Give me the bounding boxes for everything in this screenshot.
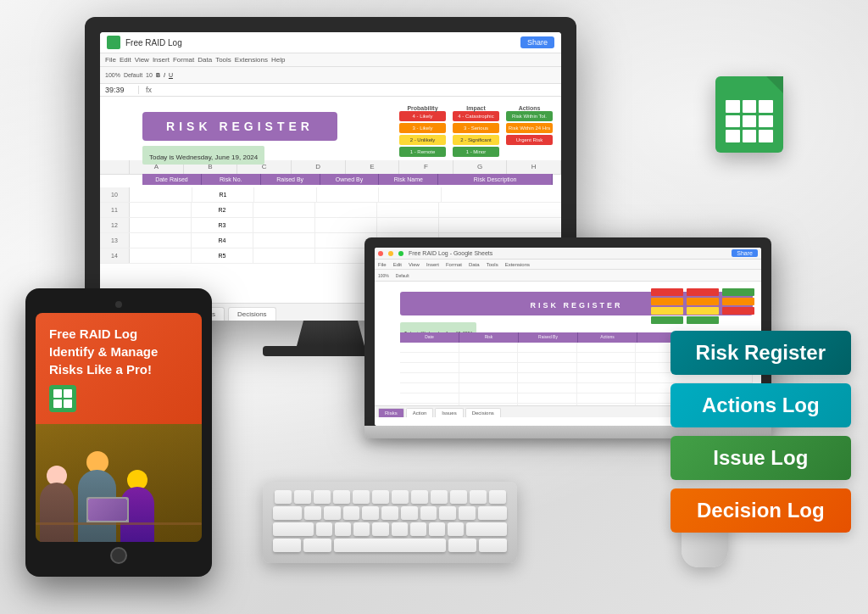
key-u[interactable]	[392, 490, 409, 504]
key-i[interactable]	[411, 490, 428, 504]
key-b[interactable]	[392, 522, 408, 536]
key-k[interactable]	[439, 506, 456, 520]
cell-date-4[interactable]	[130, 233, 192, 248]
laptop-cell-3-4[interactable]	[577, 363, 637, 372]
laptop-cell-4-1[interactable]	[400, 373, 459, 382]
cell-raised-3[interactable]	[253, 218, 315, 232]
decision-log-label[interactable]: Decision Log	[670, 488, 851, 533]
menu-insert[interactable]: Insert	[153, 56, 170, 64]
key-e[interactable]	[314, 490, 331, 504]
key-ctrl-r[interactable]	[479, 539, 507, 552]
cell-risk-r4[interactable]: R4	[192, 233, 253, 248]
key-f[interactable]	[362, 506, 379, 520]
menu-file[interactable]: File	[105, 56, 116, 64]
menu-format[interactable]: Format	[173, 56, 194, 64]
key-s[interactable]	[324, 506, 341, 520]
tab-decisions[interactable]: Decisions	[228, 307, 276, 321]
laptop-tab-risks[interactable]: Risks	[378, 408, 404, 417]
key-n[interactable]	[410, 522, 426, 536]
laptop-cell-4-2[interactable]	[459, 373, 519, 382]
laptop-cell-4-4[interactable]	[577, 373, 637, 382]
laptop-cell-6-2[interactable]	[459, 394, 519, 403]
laptop-cell-6-4[interactable]	[577, 394, 637, 403]
cell-raised-2[interactable]	[253, 203, 315, 217]
menu-extensions[interactable]: Extensions	[235, 56, 268, 64]
cell-risk-r2[interactable]: R2	[192, 203, 253, 217]
cell-raised-1[interactable]	[254, 187, 317, 202]
laptop-tab-action[interactable]: Action	[406, 408, 434, 417]
key-m[interactable]	[429, 522, 445, 536]
laptop-cell-5-1[interactable]	[400, 383, 459, 393]
key-r[interactable]	[333, 490, 350, 504]
key-bracket-r[interactable]	[489, 490, 506, 504]
cell-date-5[interactable]	[130, 248, 192, 263]
laptop-cell-2-3[interactable]	[518, 353, 577, 362]
laptop-cell-1-3[interactable]	[518, 343, 577, 352]
cell-date-1[interactable]	[130, 187, 192, 202]
cell-owned-2[interactable]	[315, 203, 377, 217]
cell-desc-3[interactable]	[439, 218, 561, 232]
cell-risk-r1[interactable]: R1	[192, 187, 255, 202]
laptop-cell-6-1[interactable]	[400, 394, 459, 403]
key-shift-l[interactable]	[273, 522, 314, 536]
laptop-cell-6-3[interactable]	[518, 394, 577, 403]
laptop-cell-4-3[interactable]	[518, 373, 577, 382]
key-space[interactable]	[334, 539, 446, 552]
cell-raised-4[interactable]	[253, 233, 315, 248]
cell-date-2[interactable]	[130, 203, 192, 217]
laptop-tab-decisions[interactable]: Decisions	[465, 408, 501, 417]
laptop-menu-data[interactable]: Data	[469, 262, 480, 267]
menu-view[interactable]: View	[135, 56, 149, 64]
laptop-share-btn[interactable]: Share	[732, 249, 758, 257]
laptop-menu-extensions[interactable]: Extensions	[505, 262, 530, 267]
key-t[interactable]	[353, 490, 370, 504]
key-return[interactable]	[478, 506, 507, 520]
cell-risk-r5[interactable]: R5	[192, 248, 253, 263]
laptop-cell-5-4[interactable]	[577, 383, 637, 393]
key-shift-r[interactable]	[466, 522, 507, 536]
key-w[interactable]	[294, 490, 311, 504]
cell-name-3[interactable]	[377, 218, 439, 232]
key-o[interactable]	[431, 490, 448, 504]
cell-desc-2[interactable]	[439, 203, 561, 217]
laptop-cell-2-1[interactable]	[400, 353, 459, 362]
laptop-cell-2-2[interactable]	[459, 353, 519, 362]
key-d[interactable]	[343, 506, 360, 520]
risk-register-label[interactable]: Risk Register	[670, 331, 851, 375]
key-j[interactable]	[420, 506, 437, 520]
key-bracket-l[interactable]	[470, 490, 487, 504]
menu-help[interactable]: Help	[271, 56, 285, 64]
key-g[interactable]	[381, 506, 398, 520]
key-caps[interactable]	[273, 506, 302, 520]
cell-owned-3[interactable]	[315, 218, 377, 232]
key-q[interactable]	[275, 490, 292, 504]
key-cmd[interactable]	[303, 539, 331, 552]
cell-name-1[interactable]	[379, 187, 442, 202]
menu-data[interactable]: Data	[198, 56, 212, 64]
cell-raised-5[interactable]	[253, 248, 315, 263]
menu-edit[interactable]: Edit	[120, 56, 131, 64]
cell-desc-1[interactable]	[442, 187, 561, 202]
issue-log-label[interactable]: Issue Log	[670, 436, 851, 480]
key-c[interactable]	[353, 522, 370, 536]
laptop-cell-3-3[interactable]	[518, 363, 577, 372]
laptop-cell-1-4[interactable]	[577, 343, 637, 352]
menu-tools[interactable]: Tools	[215, 56, 231, 64]
cell-name-2[interactable]	[377, 203, 439, 217]
laptop-cell-1-2[interactable]	[459, 343, 519, 352]
laptop-menu-edit[interactable]: Edit	[393, 262, 402, 267]
laptop-tab-issues[interactable]: Issues	[435, 408, 463, 417]
key-v[interactable]	[372, 522, 388, 536]
cell-risk-r3[interactable]: R3	[192, 218, 253, 232]
key-h[interactable]	[401, 506, 418, 520]
laptop-menu-format[interactable]: Format	[446, 262, 462, 267]
key-l[interactable]	[459, 506, 476, 520]
laptop-cell-5-3[interactable]	[518, 383, 577, 393]
key-a[interactable]	[304, 506, 321, 520]
laptop-menu-file[interactable]: File	[378, 262, 387, 267]
laptop-cell-1-1[interactable]	[400, 343, 459, 352]
key-x[interactable]	[335, 522, 351, 536]
laptop-cell-3-2[interactable]	[459, 363, 519, 372]
cell-owned-1[interactable]	[317, 187, 380, 202]
laptop-menu-tools[interactable]: Tools	[487, 262, 498, 267]
